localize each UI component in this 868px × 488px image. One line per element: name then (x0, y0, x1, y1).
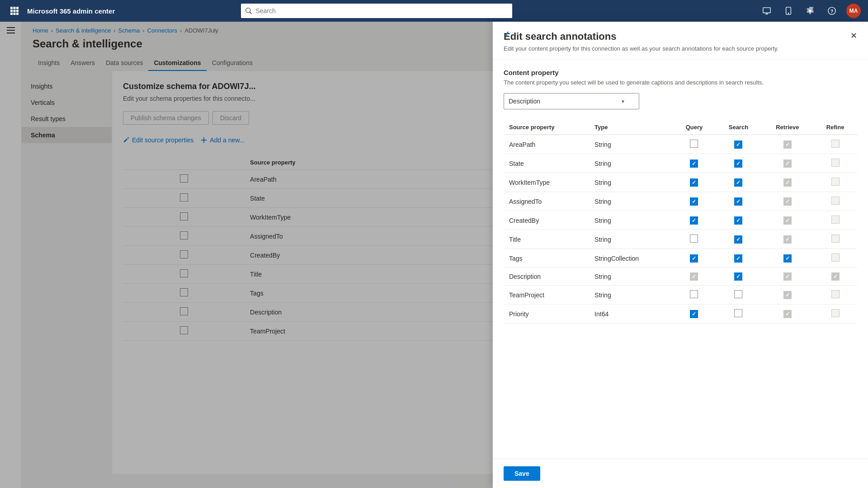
search-checkbox-checked[interactable] (734, 197, 742, 206)
search-checkbox-checked[interactable] (734, 141, 742, 149)
ann-search-cell (715, 305, 761, 324)
ann-retrieve-cell (762, 305, 813, 324)
svg-rect-1 (14, 7, 16, 9)
ann-refine-cell (813, 230, 857, 249)
user-avatar[interactable]: MA (846, 4, 861, 18)
svg-rect-6 (10, 13, 13, 15)
monitor-icon[interactable] (760, 4, 774, 18)
query-checkbox-checked[interactable] (690, 310, 698, 318)
query-checkbox-unchecked[interactable] (690, 235, 698, 243)
annotation-table: Source property Type Query Search Retrie… (504, 120, 857, 324)
search-checkbox-checked[interactable] (734, 178, 742, 187)
ann-retrieve-cell (762, 211, 813, 230)
help-icon[interactable]: ? (825, 4, 839, 18)
ann-search-cell (715, 268, 761, 286)
dropdown-value: Description (509, 98, 540, 105)
search-checkbox-checked[interactable] (734, 235, 742, 244)
query-checkbox-unchecked[interactable] (690, 140, 698, 148)
ann-source-prop: State (504, 154, 589, 173)
refine-checkbox-disabled-checked (831, 272, 840, 281)
ann-source-prop: CreatedBy (504, 211, 589, 230)
ann-col-retrieve: Retrieve (762, 120, 813, 135)
search-checkbox-unchecked[interactable] (734, 290, 742, 298)
search-bar[interactable] (241, 4, 512, 18)
ann-source-prop: AssignedTo (504, 192, 589, 211)
ann-type: StringCollection (589, 249, 673, 268)
ann-retrieve-cell (762, 249, 813, 268)
svg-rect-3 (10, 10, 13, 12)
ann-refine-cell (813, 173, 857, 192)
annotation-row: AssignedTo String (504, 192, 857, 211)
query-checkbox-checked[interactable] (690, 197, 698, 206)
ann-type: String (589, 286, 673, 305)
retrieve-checkbox-disabled-checked (783, 160, 792, 168)
svg-point-11 (788, 13, 788, 14)
refine-checkbox-disabled (831, 309, 840, 317)
ann-retrieve-cell (762, 173, 813, 192)
search-checkbox-checked[interactable] (734, 272, 742, 281)
panel-back-btn[interactable] (504, 31, 511, 40)
content-property-dropdown-wrapper[interactable]: Description ▼ (504, 93, 639, 109)
panel-close-btn[interactable]: ✕ (850, 31, 857, 41)
ann-search-cell (715, 192, 761, 211)
content-property-dropdown[interactable]: Description ▼ (504, 93, 639, 109)
ann-search-cell (715, 135, 761, 154)
retrieve-checkbox-disabled-checked (783, 310, 792, 318)
retrieve-checkbox-disabled-checked (783, 272, 792, 281)
ann-col-type: Type (589, 120, 673, 135)
ann-query-cell (673, 154, 716, 173)
svg-text:?: ? (830, 9, 834, 14)
ann-type: String (589, 230, 673, 249)
ann-query-cell (673, 135, 716, 154)
ann-col-search: Search (715, 120, 761, 135)
mobile-icon[interactable] (781, 4, 796, 18)
content-property-title: Content property (504, 69, 857, 76)
ann-source-prop: WorkItemType (504, 173, 589, 192)
refine-checkbox-disabled (831, 159, 840, 167)
search-input[interactable] (255, 7, 508, 14)
search-checkbox-unchecked[interactable] (734, 309, 742, 317)
ann-type: String (589, 154, 673, 173)
ann-query-cell (673, 268, 716, 286)
refine-checkbox-disabled (831, 197, 840, 205)
svg-rect-2 (16, 7, 19, 9)
ann-refine-cell (813, 249, 857, 268)
ann-retrieve-cell (762, 286, 813, 305)
ann-source-prop: Description (504, 268, 589, 286)
panel-header: ✕ Edit search annotations Edit your cont… (493, 22, 868, 60)
ann-search-cell (715, 230, 761, 249)
waffle-icon[interactable] (7, 4, 22, 18)
annotation-row: Title String (504, 230, 857, 249)
query-checkbox-checked[interactable] (690, 160, 698, 168)
query-checkbox-checked[interactable] (690, 216, 698, 225)
ann-source-prop: Priority (504, 305, 589, 324)
top-nav: Microsoft 365 admin center ? MA (0, 0, 868, 22)
annotation-row: AreaPath String (504, 135, 857, 154)
query-checkbox-unchecked[interactable] (690, 290, 698, 298)
ann-source-prop: TeamProject (504, 286, 589, 305)
retrieve-checkbox-disabled-checked (783, 291, 792, 299)
ann-source-prop: Title (504, 230, 589, 249)
app-title: Microsoft 365 admin center (27, 7, 115, 15)
search-checkbox-checked[interactable] (734, 254, 742, 263)
ann-query-cell (673, 173, 716, 192)
settings-icon[interactable] (803, 4, 817, 18)
ann-query-cell (673, 286, 716, 305)
ann-type: String (589, 135, 673, 154)
svg-rect-8 (16, 13, 19, 15)
search-checkbox-checked[interactable] (734, 216, 742, 225)
ann-source-prop: AreaPath (504, 135, 589, 154)
annotation-row: State String (504, 154, 857, 173)
svg-rect-4 (14, 10, 16, 12)
ann-type: Int64 (589, 305, 673, 324)
ann-query-cell (673, 305, 716, 324)
retrieve-checkbox-checked[interactable] (783, 254, 792, 263)
retrieve-checkbox-disabled-checked (783, 216, 792, 225)
query-checkbox-checked[interactable] (690, 178, 698, 187)
ann-col-refine: Refine (813, 120, 857, 135)
refine-checkbox-disabled (831, 235, 840, 243)
save-btn[interactable]: Save (504, 466, 540, 481)
ann-refine-cell (813, 305, 857, 324)
search-checkbox-checked[interactable] (734, 160, 742, 168)
query-checkbox-checked[interactable] (690, 254, 698, 263)
